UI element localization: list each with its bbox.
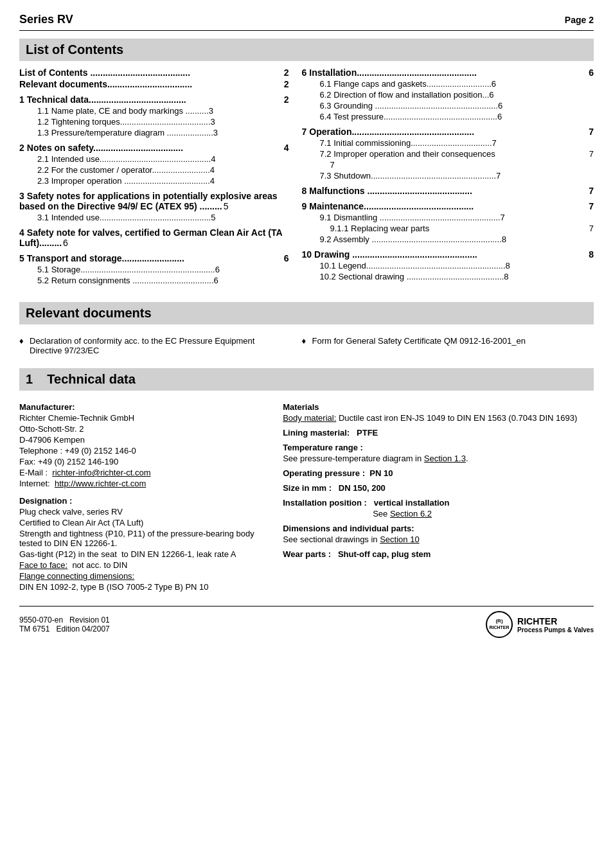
richter-name: RICHTER [517, 616, 594, 626]
svg-text:RICHTER: RICHTER [489, 625, 509, 630]
toc-section-8: 8Malfunctions ..........................… [302, 186, 594, 196]
richter-logo-svg: (R) RICHTER [485, 610, 513, 639]
footer: 9550-070-en Revision 01 TM 6751 Edition … [19, 606, 594, 639]
richter-logo-text-block: RICHTER Process Pumps & Valves [517, 616, 594, 633]
install-label: Installation position : vertical install… [283, 498, 594, 508]
toc-left: List of Contents .......................… [19, 67, 289, 290]
toc-3-main: 3Safety notes for applications in potent… [19, 191, 289, 211]
wear-parts: Wear parts : Shut-off cap, plug stem [283, 549, 594, 559]
toc-item-relevant: Relevant documents......................… [19, 79, 289, 89]
op-pressure: Operating pressure : PN 10 [283, 468, 594, 478]
toc-2-main: 2Notes on safety........................… [19, 143, 289, 153]
toc-section-5: 5Transport and storage..................… [19, 253, 289, 285]
header-row: Series RV Page 2 [19, 13, 594, 26]
manufacturer-line-3: D-47906 Kempen [19, 435, 263, 445]
toc-item-list: List of Contents .......................… [19, 67, 289, 78]
tech-right-col: Materials Body material: Ductile cast ir… [283, 397, 594, 593]
relevant-docs-list-right: Form for General Safety Certificate QM 0… [302, 336, 594, 346]
toc-6-main: 6Installation...........................… [302, 67, 594, 78]
toc-6-3: 6.3 Grounding ..........................… [302, 101, 594, 111]
manufacturer-line-1: Richter Chemie-Technik GmbH [19, 413, 263, 423]
series-title: Series RV [19, 13, 73, 26]
toc-7-1: 7.1 Initial commissioning...............… [302, 138, 594, 148]
toc-2-1: 2.1 Intended use........................… [19, 154, 289, 164]
toc-9-1-1: 9.1.1 Replacing wear parts 7 [302, 224, 594, 233]
richter-subtitle: Process Pumps & Valves [517, 626, 594, 633]
tech-data-content: Manufacturer: Richter Chemie-Technik Gmb… [19, 397, 594, 593]
tech-left-col: Manufacturer: Richter Chemie-Technik Gmb… [19, 397, 263, 593]
toc-section-7: 7Operation..............................… [302, 127, 594, 181]
email-link[interactable]: richter-info@richter-ct.com [52, 468, 150, 477]
toc-1-1: 1.1 Name plate, CE and body markings ...… [19, 106, 289, 116]
toc-section-2: 2Notes on safety........................… [19, 143, 289, 186]
toc-9-main: 9Maintenance............................… [302, 201, 594, 211]
manufacturer-line-2: Otto-Schott-Str. 2 [19, 424, 263, 434]
toc-3-1: 3.1 Intended use........................… [19, 213, 289, 222]
toc-1-2: 1.2 Tightening torques..................… [19, 117, 289, 127]
page-wrapper: Series RV Page 2 List of Contents List o… [0, 0, 613, 868]
toc-6-1: 6.1 Flange caps and gaskets.............… [302, 79, 594, 89]
toc-section-10: 10Drawing ..............................… [302, 249, 594, 281]
toc-2-2: 2.2 For the customer / operator.........… [19, 165, 289, 175]
toc-6-2: 6.2 Direction of flow and installation p… [302, 90, 594, 100]
toc-header: List of Contents [19, 39, 594, 61]
tm-number: TM 6751 [19, 624, 49, 633]
manufacturer-line-4: Telephone : +49 (0) 2152 146-0 [19, 446, 263, 456]
relevant-docs-right: Form for General Safety Certificate QM 0… [302, 331, 594, 360]
toc-7-main: 7Operation..............................… [302, 127, 594, 137]
relevant-docs-content: Declaration of conformity acc. to the EC… [19, 331, 594, 360]
toc-5-2: 5.2 Return consignments ................… [19, 276, 289, 285]
toc-9-2: 9.2 Assembly ...........................… [302, 235, 594, 244]
designation-line-3: Strength and tightness (P10, P11) of the… [19, 529, 263, 548]
toc-4-main: 4Safety note for valves, certified to Ge… [19, 227, 289, 248]
toc-right: 6Installation...........................… [302, 67, 594, 290]
toc-columns: List of Contents .......................… [19, 67, 594, 290]
relevant-docs-header: Relevant documents [19, 302, 594, 324]
relevant-docs-left: Declaration of conformity acc. to the EC… [19, 331, 289, 360]
header-divider [19, 30, 594, 31]
manufacturer-label: Manufacturer: [19, 402, 263, 412]
svg-text:(R): (R) [495, 618, 502, 624]
designation-line-6: Flange connecting dimensions: [19, 571, 263, 581]
temp-text: See pressure-temperature diagram in Sect… [283, 454, 594, 463]
body-material: Body material: Ductile cast iron EN-JS 1… [283, 413, 594, 423]
toc-7-2: 7.2 Improper operation and their consequ… [302, 149, 594, 159]
designation-line-2: Certified to Clean Air Act (TA Luft) [19, 518, 263, 527]
toc-10-main: 10Drawing ..............................… [302, 249, 594, 260]
rel-doc-item-2: Form for General Safety Certificate QM 0… [302, 336, 594, 346]
toc-section-3: 3Safety notes for applications in potent… [19, 191, 289, 222]
lining-label: Lining masterial: PTFE [283, 428, 594, 438]
page-number: Page 2 [565, 15, 594, 25]
toc-7-2-cont: 7 [302, 160, 594, 170]
designation-line-4: Gas-tight (P12) in the seat to DIN EN 12… [19, 549, 263, 559]
toc-5-main: 5Transport and storage..................… [19, 253, 289, 263]
manufacturer-email: E-Mail : richter-info@richter-ct.com [19, 468, 263, 477]
toc-section-6: 6Installation...........................… [302, 67, 594, 121]
designation-line-5: Face to face: not acc. to DIN [19, 560, 263, 570]
toc-1-3: 1.3 Pressure/temperature diagram .......… [19, 128, 289, 137]
revision: Revision 01 [69, 616, 110, 624]
tech-data-header: 1 Technical data [19, 368, 594, 391]
toc-10-2: 10.2 Sectional drawing .................… [302, 272, 594, 281]
toc-10-1: 10.1 Legend.............................… [302, 261, 594, 270]
footer-left: 9550-070-en Revision 01 TM 6751 Edition … [19, 616, 110, 633]
designation-label: Designation : [19, 496, 263, 506]
toc-6-4: 6.4 Test pressure.......................… [302, 112, 594, 121]
materials-label: Materials [283, 402, 594, 412]
manufacturer-web: Internet: http://www.richter-ct.com [19, 479, 263, 488]
toc-section-1: 1Technical data.........................… [19, 94, 289, 137]
toc-8-main: 8Malfunctions ..........................… [302, 186, 594, 196]
web-link[interactable]: http://www.richter-ct.com [55, 479, 146, 488]
richter-logo: (R) RICHTER RICHTER Process Pumps & Valv… [485, 610, 594, 639]
toc-2-3: 2.3 Improper operation .................… [19, 176, 289, 186]
dimensions-text: See sectional drawings in Section 10 [283, 535, 594, 544]
svg-point-0 [486, 612, 512, 637]
edition: Edition 04/2007 [56, 624, 109, 633]
size: Size in mm : DN 150, 200 [283, 483, 594, 493]
rel-doc-item-1: Declaration of conformity acc. to the EC… [19, 336, 289, 355]
toc-section-9: 9Maintenance............................… [302, 201, 594, 244]
toc-5-1: 5.1 Storage.............................… [19, 265, 289, 274]
designation-line-7: DIN EN 1092-2, type B (ISO 7005-2 Type B… [19, 582, 263, 592]
toc-section-4: 4Safety note for valves, certified to Ge… [19, 227, 289, 248]
temp-label: Temperature range : [283, 443, 594, 452]
